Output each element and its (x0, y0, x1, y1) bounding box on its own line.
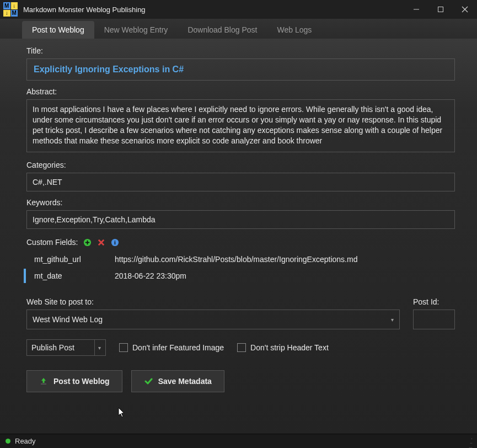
postid-label: Post Id: (413, 297, 455, 306)
app-icon: M↓↓M (3, 2, 18, 17)
custom-field-name: mt_github_url (26, 255, 115, 264)
post-button-label: Post to Weblog (53, 377, 110, 386)
save-metadata-button[interactable]: Save Metadata (131, 370, 224, 392)
options-row: Publish Post ▾ Don't infer Featured Imag… (26, 339, 455, 356)
custom-field-name: mt_date (26, 271, 115, 280)
abstract-input[interactable]: In most applications I have a few places… (26, 99, 455, 152)
site-select[interactable]: West Wind Web Log ▾ (26, 310, 400, 329)
infer-image-checkbox[interactable] (119, 343, 128, 352)
info-custom-field-icon[interactable]: i (111, 238, 119, 247)
custom-field-value: https://github.com/RickStrahl/Posts/blob… (115, 255, 455, 264)
tab-new-weblog-entry[interactable]: New Weblog Entry (94, 21, 178, 39)
keywords-input[interactable] (26, 210, 455, 229)
categories-input[interactable] (26, 173, 455, 191)
svg-rect-1 (438, 7, 443, 12)
abstract-label: Abstract: (26, 87, 455, 96)
svg-text:i: i (114, 239, 116, 246)
post-to-weblog-button[interactable]: Post to Weblog (26, 370, 122, 392)
chevron-down-icon: ▾ (98, 345, 101, 351)
svg-rect-11 (41, 383, 46, 385)
custom-field-row[interactable]: mt_github_url https://github.com/RickStr… (26, 251, 455, 268)
titlebar: M↓↓M Markdown Monster Weblog Publishing (0, 0, 477, 19)
title-label: Title: (26, 46, 455, 55)
minimize-button[interactable] (404, 0, 428, 19)
custom-fields-label: Custom Fields: (26, 238, 78, 247)
infer-image-checkbox-wrap[interactable]: Don't infer Featured Image (119, 343, 224, 352)
resize-grip-icon[interactable]: .. .. . . (469, 435, 471, 448)
publish-mode-value: Publish Post (31, 343, 74, 352)
site-select-value: West Wind Web Log (33, 315, 103, 324)
publish-mode-select[interactable]: Publish Post ▾ (26, 339, 106, 356)
add-custom-field-icon[interactable] (83, 238, 92, 247)
categories-label: Categories: (26, 161, 455, 169)
window: M↓↓M Markdown Monster Weblog Publishing … (0, 0, 477, 448)
content-area: Title: Abstract: In most applications I … (0, 39, 477, 434)
custom-field-value: 2018-06-22 23:30pm (115, 271, 455, 280)
tab-post-to-weblog[interactable]: Post to Weblog (22, 21, 94, 39)
strip-header-checkbox[interactable] (237, 343, 246, 352)
site-label: Web Site to post to: (26, 297, 400, 306)
maximize-button[interactable] (428, 0, 453, 19)
upload-icon (39, 377, 48, 386)
strip-header-checkbox-wrap[interactable]: Don't strip Header Text (237, 343, 329, 352)
custom-fields-table: mt_github_url https://github.com/RickStr… (26, 251, 455, 284)
window-title: Markdown Monster Weblog Publishing (23, 6, 404, 14)
tabstrip: Post to Weblog New Weblog Entry Download… (0, 19, 477, 39)
custom-field-row[interactable]: mt_date 2018-06-22 23:30pm (26, 268, 455, 284)
status-text: Ready (15, 437, 36, 445)
strip-header-label: Don't strip Header Text (250, 343, 329, 352)
remove-custom-field-icon[interactable] (97, 238, 105, 247)
check-icon (144, 377, 153, 386)
infer-image-label: Don't infer Featured Image (132, 343, 224, 352)
tab-web-logs[interactable]: Web Logs (267, 21, 321, 39)
title-input[interactable] (26, 58, 455, 81)
close-button[interactable] (453, 0, 477, 19)
custom-fields-header: Custom Fields: i (26, 238, 455, 247)
button-row: Post to Weblog Save Metadata (26, 370, 455, 392)
window-controls (404, 0, 477, 19)
save-button-label: Save Metadata (158, 377, 212, 386)
tab-download-blog-post[interactable]: Download Blog Post (178, 21, 267, 39)
keywords-label: Keywords: (26, 198, 455, 207)
status-indicator-icon (6, 439, 10, 444)
statusbar: Ready .. .. . . (0, 434, 477, 448)
chevron-down-icon: ▾ (391, 317, 394, 323)
site-row: Web Site to post to: West Wind Web Log ▾… (26, 297, 455, 329)
postid-input[interactable] (413, 310, 455, 329)
